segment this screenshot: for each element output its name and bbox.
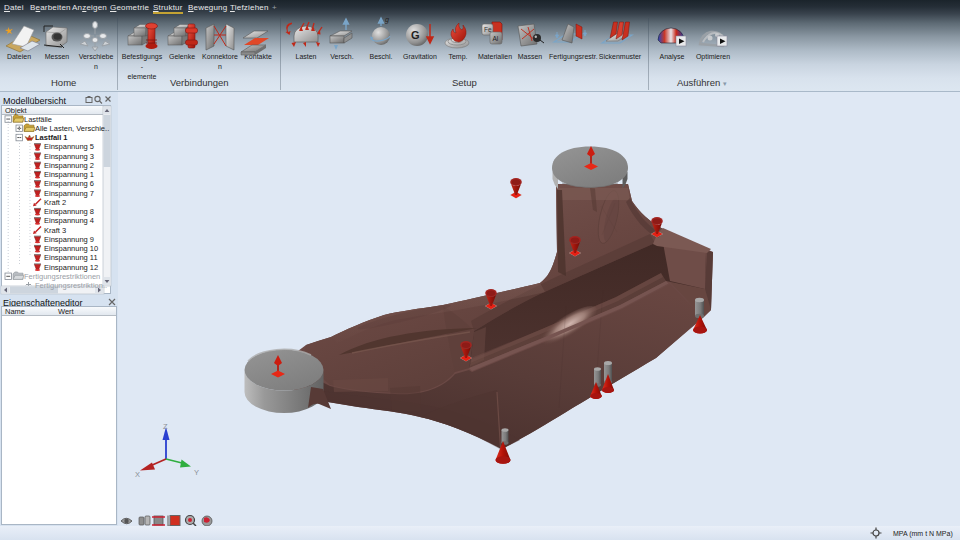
svg-text:Al: Al — [493, 35, 499, 42]
svg-text:g: g — [385, 16, 389, 24]
svg-text:X: X — [135, 470, 140, 479]
svg-text:Y: Y — [194, 468, 199, 477]
svg-text:Z: Z — [163, 422, 168, 431]
svg-text:G: G — [411, 29, 420, 41]
